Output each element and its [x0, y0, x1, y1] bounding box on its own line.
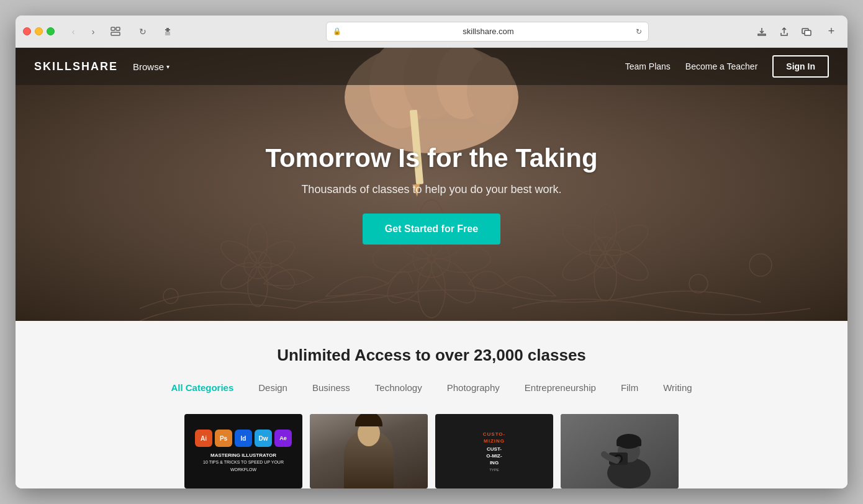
new-tab-button[interactable]: +	[823, 23, 840, 40]
tab-all-categories[interactable]: All Categories	[171, 382, 233, 395]
tab-photography[interactable]: Photography	[447, 382, 500, 395]
ai-icon: Ai	[195, 430, 212, 447]
download-icon	[757, 27, 767, 37]
maximize-button[interactable]	[47, 27, 55, 35]
tab-film[interactable]: Film	[621, 382, 638, 395]
section-title: Unlimited Access to over 23,000 classes	[53, 346, 810, 365]
course-card-illustrator[interactable]: Ai Ps Id Dw	[184, 414, 302, 488]
card3-line3: ING	[490, 460, 499, 466]
categories-section: Unlimited Access to over 23,000 classes …	[16, 321, 847, 488]
card4-bg	[561, 414, 679, 488]
browser-toolbar-right	[753, 23, 815, 40]
add-tab-icon	[802, 27, 811, 37]
brand-logo: SKILLSHARE	[34, 60, 118, 73]
nav-buttons: ‹ ›	[65, 23, 102, 40]
browse-menu[interactable]: Browse ▾	[133, 61, 169, 72]
become-teacher-link[interactable]: Become a Teacher	[685, 61, 757, 71]
hero-content: Tomorrow Is for the Taking Thousands of …	[16, 48, 847, 321]
tab-switcher-button[interactable]	[107, 23, 124, 40]
forward-button[interactable]: ›	[84, 23, 102, 40]
site-nav: SKILLSHARE Browse ▾ Team Plans Become a …	[16, 48, 847, 85]
browse-label: Browse	[133, 61, 164, 72]
sign-in-button[interactable]: Sign In	[772, 55, 829, 78]
reload-icon[interactable]: ↻	[636, 27, 642, 36]
website-content: SKILLSHARE Browse ▾ Team Plans Become a …	[16, 48, 847, 488]
tab-technology[interactable]: Technology	[375, 382, 422, 395]
cta-button[interactable]: Get Started for Free	[363, 214, 500, 245]
card3-word: TYPE	[489, 468, 499, 472]
nav-right: Team Plans Become a Teacher Sign In	[625, 55, 829, 78]
card2-bg	[310, 414, 428, 488]
close-button[interactable]	[23, 27, 31, 35]
lock-icon: 🔒	[333, 27, 341, 35]
svg-rect-45	[617, 441, 641, 446]
tab-design[interactable]: Design	[258, 382, 287, 395]
hero-section: SKILLSHARE Browse ▾ Team Plans Become a …	[16, 48, 847, 321]
url-display: skillshare.com	[345, 27, 632, 36]
app-icons: Ai Ps Id Dw	[195, 430, 292, 447]
team-plans-link[interactable]: Team Plans	[625, 61, 671, 71]
tab-writing[interactable]: Writing	[663, 382, 692, 395]
category-tabs: All Categories Design Business Technolog…	[53, 382, 810, 395]
svg-rect-1	[116, 27, 120, 30]
nav-left: SKILLSHARE Browse ▾	[34, 60, 169, 73]
course-card-typography[interactable]: CUSTO- MIZING CUST- O-MIZ- ING TYPE	[435, 414, 553, 488]
course-card-person[interactable]	[310, 414, 428, 488]
person-hair	[355, 414, 382, 426]
browser-window: ‹ › ↻ 🔒 skillshare.com ↻	[16, 16, 847, 488]
svg-rect-0	[111, 27, 115, 30]
card3-line1: CUST-	[487, 446, 502, 452]
photographer-illustration	[561, 414, 679, 488]
share-button[interactable]	[775, 23, 793, 40]
ps-icon: Ps	[215, 430, 232, 447]
minimize-button[interactable]	[35, 27, 43, 35]
card3-line2: O-MIZ-	[486, 453, 502, 459]
tab-switcher-icon	[111, 27, 120, 37]
card3-content: CUSTO- MIZING CUST- O-MIZ- ING TYPE	[435, 414, 553, 488]
card3-subtitle2: MIZING	[484, 438, 505, 444]
browse-chevron-icon: ▾	[166, 63, 169, 70]
course-card-photographer[interactable]	[561, 414, 679, 488]
address-bar[interactable]: 🔒 skillshare.com ↻	[326, 22, 649, 42]
share-icon	[779, 27, 789, 37]
extensions-button[interactable]	[159, 23, 176, 40]
tab-entrepreneurship[interactable]: Entrepreneurship	[525, 382, 596, 395]
tab-business[interactable]: Business	[312, 382, 350, 395]
svg-rect-2	[111, 32, 120, 35]
card3-subtitle: CUSTO-	[483, 431, 506, 437]
refresh-button[interactable]: ↻	[134, 23, 151, 40]
dw-icon: Dw	[255, 430, 272, 447]
browser-titlebar: ‹ › ↻ 🔒 skillshare.com ↻	[16, 16, 847, 48]
extensions-icon	[163, 27, 173, 37]
hero-subtitle: Thousands of classes to help you do your…	[301, 183, 561, 196]
ae-icon: Ae	[274, 430, 292, 447]
svg-rect-4	[805, 30, 811, 35]
traffic-lights	[23, 27, 55, 35]
download-button[interactable]	[753, 23, 770, 40]
back-button[interactable]: ‹	[65, 23, 82, 40]
course-cards: Ai Ps Id Dw	[53, 414, 810, 488]
hero-title: Tomorrow Is for the Taking	[265, 143, 597, 173]
id-icon: Id	[235, 430, 252, 447]
card1-title: MASTERING ILLUSTRATOR 10 TIPS & TRICKS T…	[192, 452, 295, 473]
add-tab-button[interactable]	[798, 23, 815, 40]
